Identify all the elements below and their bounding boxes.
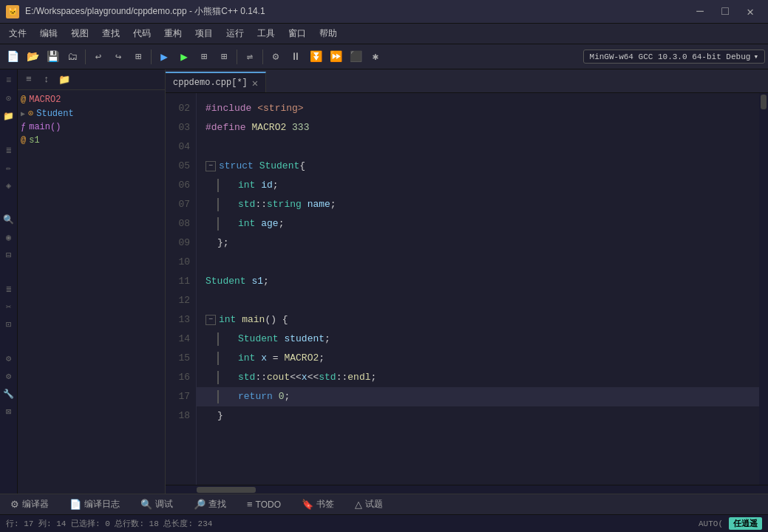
tb-toggle[interactable]: ⊞	[129, 47, 148, 66]
btm-tab-debug[interactable]: 🔍 调试	[130, 495, 183, 514]
tb-compile-run[interactable]: ⊞	[194, 47, 214, 66]
menubar: 文件 编辑 视图 查找 代码 重构 项目 运行 工具 窗口 帮助	[0, 24, 768, 44]
code-content[interactable]: #include <string> #define MACRO2 333 −	[197, 93, 759, 485]
toolbar: 📄 📂 💾 🗂 ↩ ↪ ⊞ ▶ ▶ ⊞ ⊞ ⇌ ⚙ ⏸ ⏬ ⏩ ⬛ ✱ MinG…	[0, 44, 768, 69]
menu-window[interactable]: 窗口	[282, 26, 312, 41]
macro2-label: MACRO2	[29, 95, 61, 105]
btm-tab-compiler[interactable]: ⚙ 编译器	[0, 495, 59, 514]
sidebar-icon-6[interactable]: ◈	[1, 177, 17, 194]
tb-debug-in[interactable]: ⏬	[306, 47, 325, 66]
hscroll-thumb[interactable]	[197, 487, 256, 493]
editor-area: cppdemo.cpp[*] ✕ 02 03 04 05 06 07 08 09…	[166, 69, 768, 494]
sidebar-icon-files[interactable]: ≡	[1, 72, 17, 89]
sidebar-icon-12[interactable]: ⊡	[1, 316, 17, 332]
ln-15: 15	[166, 349, 190, 368]
indent-guide-17	[217, 390, 219, 403]
hscroll-track[interactable]	[197, 485, 759, 494]
sidebar-icon-4[interactable]: ≣	[1, 142, 17, 158]
code-line-12	[197, 291, 759, 310]
ft-btn-2[interactable]: ↕	[38, 72, 55, 88]
filetree-item-macro2[interactable]: @ MACRO2	[18, 93, 165, 106]
maximize-button[interactable]: □	[713, 1, 737, 22]
tb-open[interactable]: 📂	[23, 47, 42, 66]
ln-09: 09	[166, 233, 190, 253]
hscroll-left	[166, 485, 197, 494]
kw-x-15: x	[261, 349, 267, 368]
tb-debug-stop[interactable]: ⬛	[346, 47, 365, 66]
tab-cppdemo[interactable]: cppdemo.cpp[*] ✕	[166, 72, 266, 92]
menu-edit[interactable]: 编辑	[34, 26, 64, 41]
btm-tab-todo[interactable]: ≡ TODO	[237, 496, 291, 513]
tb-new[interactable]: 📄	[3, 47, 22, 66]
filetree-item-main[interactable]: ƒ main()	[18, 120, 165, 134]
ft-btn-1[interactable]: ≡	[21, 72, 37, 88]
sidebar-icon-5[interactable]: ✏	[1, 160, 17, 176]
kw-string-02: <string>	[257, 99, 303, 118]
menu-find[interactable]: 查找	[96, 26, 126, 41]
kw-string-07: string	[267, 195, 302, 214]
fold-13[interactable]: −	[205, 315, 216, 325]
main-label: main()	[29, 122, 61, 132]
tb-saveall[interactable]: 🗂	[63, 47, 82, 66]
sidebar-icon-14[interactable]: ⚙	[1, 368, 17, 384]
statusbar: 行: 17 列: 14 已选择: 0 总行数: 18 总长度: 234 AUTO…	[0, 514, 768, 532]
sidebar-icon-16[interactable]: ⊠	[1, 403, 17, 420]
sidebar-icon-11[interactable]: ✂	[1, 299, 17, 315]
menu-project[interactable]: 项目	[189, 26, 219, 41]
sep4	[262, 50, 263, 64]
menu-file[interactable]: 文件	[3, 26, 33, 41]
kw-return-17: return	[238, 387, 273, 406]
tb-redo[interactable]: ↪	[109, 47, 128, 66]
tb-debug-compile[interactable]: ⚙	[266, 47, 285, 66]
compiler-selector[interactable]: MinGW-w64 GCC 10.3.0 64-bit Debug ▾	[583, 50, 765, 64]
tb-debug-out[interactable]: ⏩	[326, 47, 345, 66]
tb-run[interactable]: ▶	[174, 47, 194, 66]
tb-undo[interactable]: ↩	[89, 47, 108, 66]
close-button[interactable]: ✕	[738, 1, 762, 22]
fold-05[interactable]: −	[205, 161, 216, 171]
menu-refactor[interactable]: 重构	[158, 26, 188, 41]
code-line-13: − int main () {	[197, 310, 759, 330]
sidebar-icon-2[interactable]: ⊙	[1, 90, 17, 106]
kw-main-13: main	[242, 310, 265, 330]
menu-tools[interactable]: 工具	[251, 26, 281, 41]
sidebar-icon-10[interactable]: ≣	[1, 281, 17, 297]
filetree-item-student[interactable]: ▶ ⊙ Student	[18, 106, 165, 120]
tb-debug-extra[interactable]: ✱	[366, 47, 385, 66]
sidebar-icon-13[interactable]: ⚙	[1, 350, 17, 366]
filetree-toolbar: ≡ ↕ 📁	[18, 69, 165, 90]
tb-compile[interactable]: ▶	[154, 47, 174, 66]
menu-help[interactable]: 帮助	[313, 26, 343, 41]
statusbar-right: AUTO( 任逍遥	[699, 517, 762, 530]
btm-tab-problem[interactable]: △ 试题	[344, 495, 393, 514]
sidebar-icon-7[interactable]: 🔍	[1, 211, 17, 228]
tb-debug-pause[interactable]: ⏸	[286, 47, 305, 66]
tab-close-button[interactable]: ✕	[252, 77, 258, 89]
kw-int-06: int	[238, 176, 255, 195]
tb-check[interactable]: ⊞	[214, 47, 234, 66]
tb-format[interactable]: ⇌	[240, 47, 259, 66]
sidebar-icon-9[interactable]: ⊟	[1, 247, 17, 263]
menu-run[interactable]: 运行	[220, 26, 250, 41]
menu-view[interactable]: 视图	[65, 26, 95, 41]
ln-16: 16	[166, 368, 190, 387]
kw-cout-16: cout	[267, 368, 290, 387]
minimize-button[interactable]: ─	[688, 1, 712, 22]
filetree-item-s1[interactable]: @ s1	[18, 134, 165, 147]
sidebar-icon-8[interactable]: ◉	[1, 229, 17, 245]
tb-save[interactable]: 💾	[43, 47, 62, 66]
menu-code[interactable]: 代码	[127, 26, 157, 41]
code-line-02: #include <string>	[197, 99, 759, 118]
kw-struct-05: struct	[219, 157, 254, 176]
ft-btn-3[interactable]: 📁	[56, 72, 72, 88]
scrollbar-thumb[interactable]	[761, 95, 767, 109]
app-icon: 🐱	[6, 5, 19, 18]
btm-tab-bookmark[interactable]: 🔖 书签	[291, 495, 344, 514]
sidebar-icon-15[interactable]: 🔧	[1, 386, 17, 402]
sidebar-icon-3[interactable]: 📁	[1, 108, 17, 124]
btm-tab-compilelog[interactable]: 📄 编译日志	[59, 495, 130, 514]
code-line-07: std :: string name ;	[197, 195, 759, 214]
btm-tab-find[interactable]: 🔎 查找	[183, 495, 237, 514]
vertical-scrollbar[interactable]	[759, 93, 768, 485]
btm-tab-compiler-label: 编译器	[22, 498, 49, 511]
